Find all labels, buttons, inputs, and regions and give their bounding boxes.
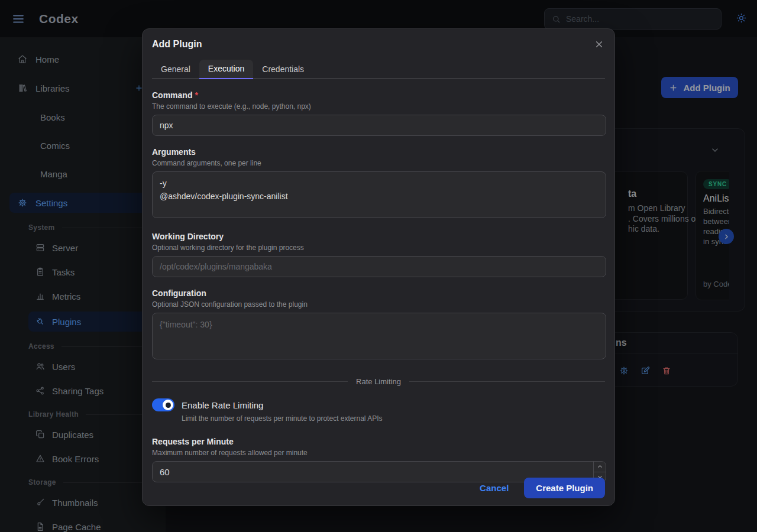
arguments-textarea[interactable]: -y @ashdev/codex-plugin-sync-anilist: [152, 171, 606, 218]
tab-general[interactable]: General: [152, 60, 199, 79]
close-icon[interactable]: [593, 38, 605, 50]
cancel-button[interactable]: Cancel: [473, 478, 516, 498]
add-plugin-modal: Add Plugin General Execution Credentials…: [142, 28, 615, 506]
configuration-label: Configuration: [152, 288, 605, 298]
tab-execution[interactable]: Execution: [199, 60, 253, 79]
modal-title: Add Plugin: [152, 39, 202, 50]
arguments-label: Arguments: [152, 147, 605, 157]
required-asterisk: *: [195, 90, 198, 100]
create-plugin-button[interactable]: Create Plugin: [524, 478, 605, 498]
configuration-textarea[interactable]: [152, 313, 606, 359]
command-input[interactable]: [152, 115, 606, 136]
rpm-help: Maximum number of requests allowed per m…: [152, 449, 605, 457]
enable-rate-limiting-toggle[interactable]: [152, 398, 174, 411]
stepper-up-icon[interactable]: [594, 462, 606, 472]
rate-limiting-help: Limit the number of requests per minute …: [182, 414, 605, 423]
rpm-label: Requests per Minute: [152, 437, 605, 446]
command-help: The command to execute (e.g., node, pyth…: [152, 102, 605, 111]
toggle-label: Enable Rate Limiting: [182, 400, 263, 410]
rate-limiting-divider: Rate Limiting: [152, 377, 605, 386]
modal-tabs: General Execution Credentials: [152, 60, 605, 79]
working-directory-label: Working Directory: [152, 232, 605, 241]
configuration-help: Optional JSON configuration passed to th…: [152, 300, 605, 309]
command-label: Command*: [152, 90, 605, 100]
working-directory-help: Optional working directory for the plugi…: [152, 244, 605, 252]
arguments-help: Command arguments, one per line: [152, 159, 605, 167]
tab-credentials[interactable]: Credentials: [253, 60, 313, 79]
working-directory-input[interactable]: [152, 256, 606, 277]
